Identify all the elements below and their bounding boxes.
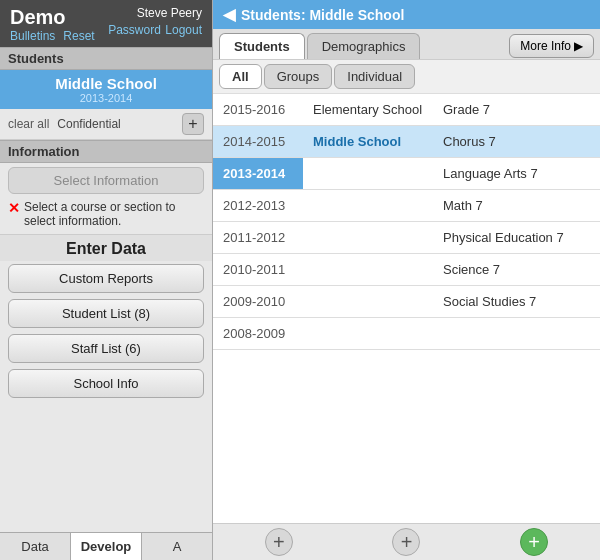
cell-school [303,158,433,190]
cell-school [303,190,433,222]
sidebar-header-left: Demo Bulletins Reset [10,6,95,43]
cell-course [433,318,600,350]
cell-course: Physical Education 7 [433,222,600,254]
cell-year: 2013-2014 [213,158,303,190]
clear-row: clear all Confidential + [0,109,212,140]
cell-course: Science 7 [433,254,600,286]
cell-school [303,222,433,254]
table-row[interactable]: 2014-2015Middle SchoolChorus 7 [213,126,600,158]
cell-year: 2009-2010 [213,286,303,318]
table-row[interactable]: 2009-2010Social Studies 7 [213,286,600,318]
cell-school [303,254,433,286]
chevron-right-icon: ▶ [574,39,583,53]
bulletins-link[interactable]: Bulletins [10,29,55,43]
tab-students[interactable]: Students [219,33,305,59]
cell-school [303,318,433,350]
cell-course: Social Studies 7 [433,286,600,318]
subtab-all[interactable]: All [219,64,262,89]
tab-demographics[interactable]: Demographics [307,33,421,59]
main-area: ◀ Students: Middle School Students Demog… [213,0,600,560]
students-section-label: Students [0,47,212,70]
footer-develop-tab[interactable]: Develop [71,533,142,560]
cell-course: Grade 7 [433,94,600,126]
table-row[interactable]: 2012-2013Math 7 [213,190,600,222]
cell-year: 2015-2016 [213,94,303,126]
table-row[interactable]: 2011-2012Physical Education 7 [213,222,600,254]
app-title: Demo [10,6,95,29]
reset-link[interactable]: Reset [63,29,94,43]
tab-bar: Students Demographics More Info ▶ [213,29,600,60]
subtab-bar: All Groups Individual [213,60,600,94]
bottom-bar: + + + [213,523,600,560]
sidebar-footer: Data Develop A [0,532,212,560]
table-row[interactable]: 2013-2014Language Arts 7 [213,158,600,190]
main-header-title: Students: Middle School [241,7,404,23]
student-list-button[interactable]: Student List (8) [8,299,204,328]
footer-a-tab[interactable]: A [142,533,212,560]
select-info-button[interactable]: Select Information [8,167,204,194]
cell-year: 2012-2013 [213,190,303,222]
bottom-add-left[interactable]: + [265,528,293,556]
sidebar-header-right: Steve Peery Password Logout [108,6,202,38]
add-button[interactable]: + [182,113,204,135]
table-area: 2015-2016Elementary SchoolGrade 72014-20… [213,94,600,523]
error-icon: ✕ [8,200,20,216]
cell-school: Elementary School [303,94,433,126]
table-row[interactable]: 2008-2009 [213,318,600,350]
table-row[interactable]: 2010-2011Science 7 [213,254,600,286]
cell-course: Chorus 7 [433,126,600,158]
error-message: Select a course or section to select inf… [24,200,204,228]
password-link[interactable]: Password [108,23,161,37]
cell-school: Middle School [303,126,433,158]
information-section-label: Information [0,140,212,163]
clear-all-link[interactable]: clear all [8,117,49,131]
enter-data-label: Enter Data [0,234,212,261]
main-tabs: Students Demographics [219,33,420,59]
main-header: ◀ Students: Middle School [213,0,600,29]
cell-year: 2008-2009 [213,318,303,350]
cell-year: 2011-2012 [213,222,303,254]
back-arrow-icon[interactable]: ◀ [223,5,235,24]
logout-link[interactable]: Logout [165,23,202,37]
bottom-add-middle[interactable]: + [392,528,420,556]
selected-school-item[interactable]: Middle School 2013-2014 [0,70,212,109]
cell-school [303,286,433,318]
footer-data-tab[interactable]: Data [0,533,71,560]
subtab-individual[interactable]: Individual [334,64,415,89]
staff-list-button[interactable]: Staff List (6) [8,334,204,363]
cell-course: Math 7 [433,190,600,222]
cell-year: 2010-2011 [213,254,303,286]
selected-school-year: 2013-2014 [10,92,202,104]
cell-course: Language Arts 7 [433,158,600,190]
custom-reports-button[interactable]: Custom Reports [8,264,204,293]
sidebar: Demo Bulletins Reset Steve Peery Passwor… [0,0,213,560]
more-info-button[interactable]: More Info ▶ [509,34,594,58]
table-row[interactable]: 2015-2016Elementary SchoolGrade 7 [213,94,600,126]
bottom-add-right[interactable]: + [520,528,548,556]
school-info-button[interactable]: School Info [8,369,204,398]
error-row: ✕ Select a course or section to select i… [8,200,204,228]
info-section: Select Information ✕ Select a course or … [0,163,212,234]
more-info-label: More Info [520,39,571,53]
selected-school-name: Middle School [10,75,202,92]
subtab-groups[interactable]: Groups [264,64,333,89]
data-table: 2015-2016Elementary SchoolGrade 72014-20… [213,94,600,350]
confidential-label: Confidential [57,117,120,131]
sidebar-header: Demo Bulletins Reset Steve Peery Passwor… [0,0,212,47]
cell-year: 2014-2015 [213,126,303,158]
user-name: Steve Peery [137,6,202,20]
